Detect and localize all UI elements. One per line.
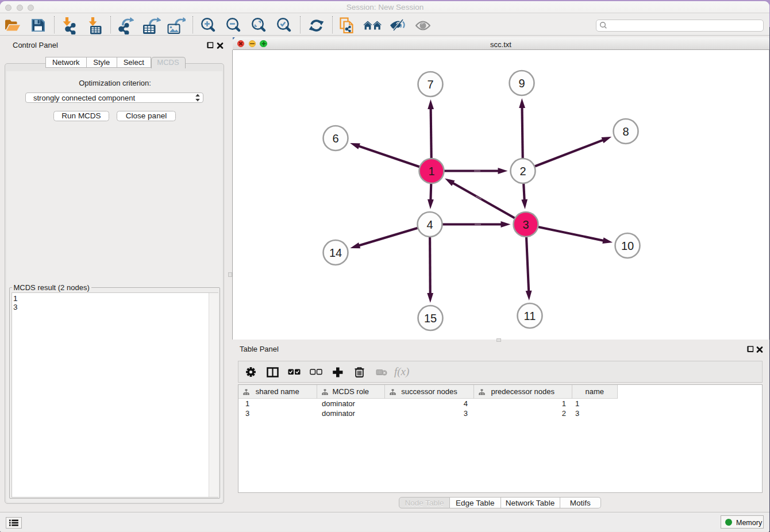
svg-text:6: 6: [332, 132, 338, 144]
svg-text:4: 4: [426, 218, 433, 230]
svg-text:1: 1: [428, 164, 434, 177]
svg-text:11: 11: [524, 309, 536, 322]
svg-text:9: 9: [518, 76, 525, 89]
svg-text:10: 10: [621, 239, 634, 252]
svg-text:2: 2: [519, 164, 526, 177]
svg-text:15: 15: [424, 311, 437, 324]
svg-text:7: 7: [427, 78, 433, 90]
svg-text:3: 3: [522, 218, 529, 230]
svg-text:8: 8: [622, 125, 629, 137]
svg-text:14: 14: [329, 246, 342, 259]
